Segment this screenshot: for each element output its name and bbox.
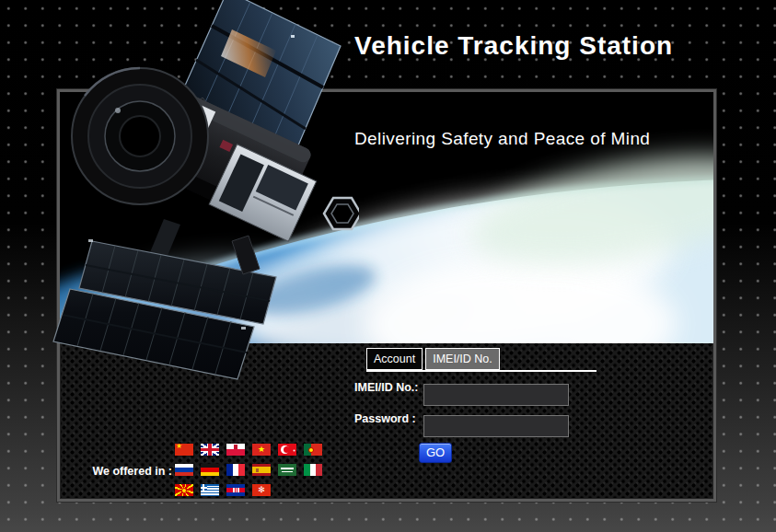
go-button[interactable]: GO: [419, 443, 452, 463]
flag-saudi-arabia-icon[interactable]: [278, 464, 296, 476]
flag-united-kingdom-icon[interactable]: [201, 444, 219, 456]
flag-russia-icon[interactable]: [175, 464, 193, 476]
page: { "page": { "title": "Vehicle Tracking S…: [0, 0, 776, 532]
offered-in-label: We offered in :: [86, 465, 172, 478]
flag-vietnam-icon[interactable]: [252, 444, 271, 456]
imei-id-input[interactable]: [423, 384, 569, 406]
tab-imei-id[interactable]: IMEI/ID No.: [425, 348, 500, 370]
password-input[interactable]: [423, 415, 569, 437]
flag-greece-icon[interactable]: [201, 484, 219, 496]
flag-poland-icon[interactable]: [226, 444, 245, 456]
password-label: Password :: [354, 412, 421, 426]
hero-image: Delivering Safety and Peace of Mind: [60, 92, 713, 343]
imei-id-label: IMEI/ID No.:: [354, 381, 421, 395]
flag-italy-icon[interactable]: [304, 464, 322, 476]
flag-spain-icon[interactable]: [252, 464, 271, 476]
login-tabs: AccountIMEI/ID No.: [366, 348, 500, 370]
tab-underline: [366, 370, 596, 372]
flag-portugal-icon[interactable]: [304, 444, 322, 456]
flag-germany-icon[interactable]: [201, 464, 219, 476]
login-panel: Delivering Safety and Peace of Mind Acco…: [57, 89, 716, 502]
flag-france-icon[interactable]: [226, 464, 245, 476]
flag-row-2: [175, 464, 322, 476]
tab-account[interactable]: Account: [366, 348, 423, 370]
flag-cambodia-icon[interactable]: [226, 484, 245, 496]
flag-north-macedonia-icon[interactable]: [175, 484, 193, 496]
page-title: Vehicle Tracking Station: [354, 31, 673, 61]
flag-turkey-icon[interactable]: [278, 444, 296, 456]
flag-china-icon[interactable]: [175, 444, 193, 456]
flag-hong-kong-icon[interactable]: [252, 484, 271, 496]
flag-row-3: [175, 484, 271, 496]
flag-row-1: [175, 444, 322, 456]
hero-tagline: Delivering Safety and Peace of Mind: [354, 129, 650, 149]
